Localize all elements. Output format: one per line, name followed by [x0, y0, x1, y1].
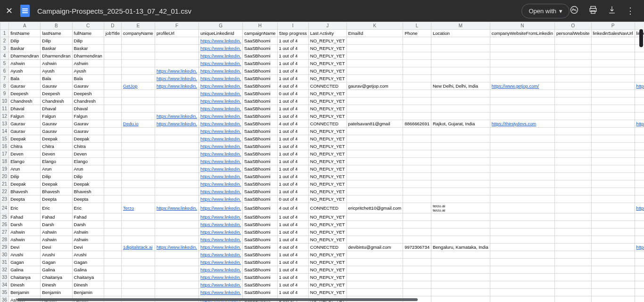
row-header[interactable]: 18 [0, 158, 9, 165]
cell[interactable] [555, 75, 592, 82]
cell[interactable] [591, 150, 635, 158]
cell[interactable]: NO_REPLY_YET [308, 52, 347, 60]
row-header[interactable]: 22 [0, 188, 9, 196]
cell[interactable] [490, 67, 554, 75]
cell[interactable]: Gaurav [72, 82, 104, 90]
cell[interactable] [155, 236, 198, 244]
cell[interactable] [591, 98, 635, 105]
cell[interactable]: Gaurav [41, 128, 72, 135]
cell[interactable] [155, 60, 198, 67]
cell[interactable]: SaaSBhoomi [243, 244, 278, 251]
row-header[interactable]: 30 [0, 251, 9, 259]
cell[interactable] [635, 90, 644, 98]
cell[interactable] [403, 37, 431, 45]
cell[interactable] [403, 60, 431, 67]
cell[interactable]: Bhavesh [9, 188, 41, 196]
cell[interactable]: SaaSBhoomi [243, 45, 278, 52]
header-cell[interactable]: Phone [403, 30, 431, 37]
cell[interactable] [155, 229, 198, 236]
cell[interactable] [490, 128, 554, 135]
cell[interactable] [591, 251, 635, 259]
cell[interactable]: Ashwin [41, 60, 72, 67]
cell[interactable] [104, 229, 121, 236]
cell[interactable]: Ashwin [9, 229, 41, 236]
cell[interactable]: NO_REPLY_YET [308, 188, 347, 196]
cell[interactable] [635, 75, 644, 82]
cell[interactable] [347, 135, 403, 143]
cell[interactable] [155, 158, 198, 165]
cell[interactable] [403, 98, 431, 105]
cell[interactable]: Eric [41, 203, 72, 213]
cell[interactable] [155, 289, 198, 296]
cell[interactable] [490, 98, 554, 105]
cell[interactable]: https://www.linkedin. [198, 82, 242, 90]
cell[interactable]: SaaSBhoomi [243, 128, 278, 135]
cell[interactable] [104, 105, 121, 113]
cell[interactable] [431, 98, 490, 105]
link[interactable]: GetJop [123, 83, 138, 89]
cell[interactable]: 1 out of 4 [277, 45, 308, 52]
cell[interactable] [635, 150, 644, 158]
cell[interactable] [122, 289, 155, 296]
cell[interactable]: Dinesh [9, 281, 41, 289]
cell[interactable]: SaaSBhoomi [243, 67, 278, 75]
cell[interactable]: SaaSBhoomi [243, 229, 278, 236]
cell[interactable] [635, 98, 644, 105]
cell[interactable] [490, 45, 554, 52]
open-with-button[interactable]: Open with ▾ [521, 4, 570, 18]
cell[interactable] [555, 60, 592, 67]
cell[interactable] [347, 113, 403, 120]
cell[interactable] [490, 281, 554, 289]
cell[interactable] [591, 203, 635, 213]
cell[interactable]: NO_REPLY_YET [308, 45, 347, 52]
cell[interactable]: NO_REPLY_YET [308, 173, 347, 180]
print-icon[interactable] [588, 5, 598, 17]
cell[interactable] [555, 128, 592, 135]
cell[interactable]: https://www.linkedin. [198, 165, 242, 173]
cell[interactable]: Deepak [41, 180, 72, 188]
row-header[interactable]: 8 [0, 82, 9, 90]
cell[interactable] [635, 289, 644, 296]
cell[interactable] [104, 259, 121, 266]
row-header[interactable]: 12 [0, 113, 9, 120]
cell[interactable]: https://www.linkedin. [198, 289, 242, 296]
cell[interactable]: SaaSBhoomi [243, 259, 278, 266]
cell[interactable] [104, 98, 121, 105]
link[interactable]: https://www.linkedin. [200, 267, 241, 272]
cell[interactable]: NO_REPLY_YET [308, 221, 347, 229]
cell[interactable] [555, 213, 592, 221]
cell[interactable] [555, 165, 592, 173]
cell[interactable] [591, 45, 635, 52]
cell[interactable]: SaaSBhoomi [243, 188, 278, 196]
cell[interactable]: Deepak [41, 135, 72, 143]
cell[interactable] [591, 221, 635, 229]
cell[interactable] [555, 244, 592, 251]
row-header[interactable]: 29 [0, 244, 9, 251]
cell[interactable]: NO_REPLY_YET [308, 98, 347, 105]
link[interactable]: https://www.linkedin. [200, 189, 241, 194]
cell[interactable]: https://www.linkedin. [198, 158, 242, 165]
cell[interactable]: 1 out of 4 [277, 173, 308, 180]
cell[interactable]: NO_REPLY_YET [308, 196, 347, 203]
cell[interactable]: https://www.linkedin. [155, 113, 198, 120]
cell[interactable]: patelsavan81@gmail [347, 120, 403, 128]
cell[interactable] [431, 150, 490, 158]
cell[interactable]: NO_REPLY_YET [308, 259, 347, 266]
cell[interactable] [347, 60, 403, 67]
header-cell[interactable]: jobTitle [104, 30, 121, 37]
link[interactable]: https://www.linkedin. [200, 83, 241, 89]
cell[interactable]: NO_REPLY_YET [308, 229, 347, 236]
cell[interactable] [591, 180, 635, 188]
cell[interactable]: Dharmendiran [41, 52, 72, 60]
cell[interactable]: 1 out of 4 [277, 143, 308, 150]
cell[interactable]: NO_REPLY_YET [308, 75, 347, 82]
cell[interactable] [122, 281, 155, 289]
cell[interactable]: 1 out of 4 [277, 105, 308, 113]
cell[interactable] [555, 82, 592, 90]
link[interactable]: https://www.linkedin. [200, 260, 241, 265]
cell[interactable]: NO_REPLY_YET [308, 113, 347, 120]
cell[interactable] [431, 52, 490, 60]
cell[interactable] [155, 98, 198, 105]
cell[interactable] [104, 52, 121, 60]
cell[interactable] [431, 67, 490, 75]
